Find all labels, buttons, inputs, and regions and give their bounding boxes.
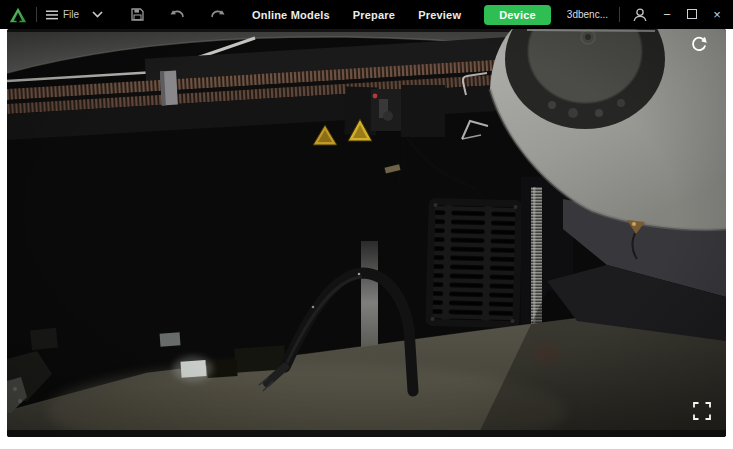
tab-preview[interactable]: Preview [418, 9, 461, 21]
undo-arrow-icon [170, 9, 185, 20]
tab-online-models[interactable]: Online Models [252, 9, 330, 21]
chevron-down-icon[interactable] [88, 6, 106, 24]
minimize-button[interactable]: − [660, 0, 674, 29]
fullscreen-button[interactable] [693, 402, 711, 420]
printer-camera-feed [7, 29, 726, 437]
fullscreen-expand-icon [693, 402, 711, 420]
camera-view [7, 29, 726, 437]
refresh-button[interactable] [689, 34, 709, 54]
divider [36, 7, 37, 22]
titlebar: File [0, 0, 733, 29]
document-title: 3dbenc... [567, 9, 608, 20]
redo-button[interactable] [208, 6, 226, 24]
undo-button[interactable] [168, 6, 186, 24]
divider [619, 7, 620, 22]
titlebar-right-group: 3dbenc... − × [567, 0, 724, 29]
save-button[interactable] [128, 6, 146, 24]
floppy-save-icon [131, 8, 144, 21]
user-profile-button[interactable] [631, 6, 649, 24]
hamburger-icon [46, 10, 58, 20]
titlebar-left-group: File [0, 0, 226, 29]
file-menu-label: File [63, 9, 79, 20]
redo-arrow-icon [210, 9, 225, 20]
app-window: File [0, 0, 733, 449]
close-button[interactable]: × [710, 0, 724, 29]
user-profile-icon [632, 7, 648, 23]
refresh-icon [689, 34, 709, 54]
maximize-icon [687, 9, 697, 19]
maximize-button[interactable] [685, 0, 699, 29]
tab-prepare[interactable]: Prepare [353, 9, 395, 21]
file-menu-button[interactable]: File [46, 9, 79, 20]
tab-device[interactable]: Device [484, 5, 551, 25]
main-tabs: Online Models Prepare Preview Device [252, 0, 551, 29]
app-logo-icon [9, 6, 27, 24]
